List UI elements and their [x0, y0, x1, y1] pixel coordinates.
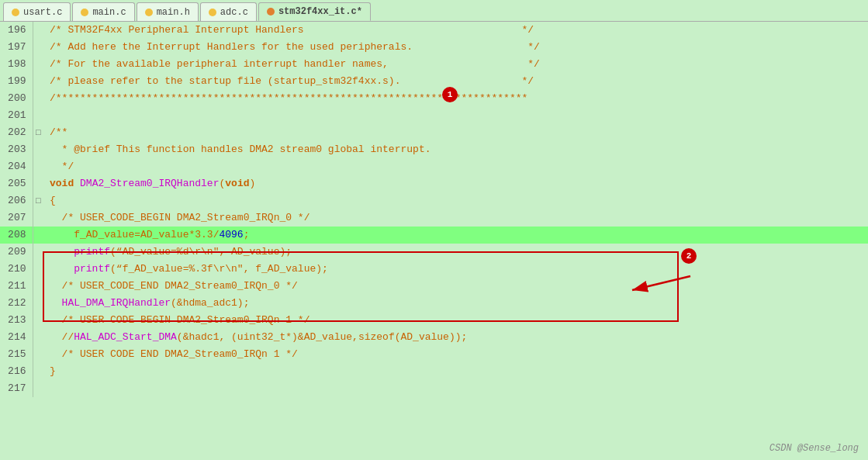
badge-2: 2 — [681, 248, 697, 264]
line-number: 204 — [0, 158, 33, 175]
table-row: 208 f_AD_value=AD_value*3.3/4096; — [0, 227, 868, 244]
fold-indicator — [33, 158, 43, 175]
code-line-content: void DMA2_Stream0_IRQHandler(void) — [43, 175, 868, 192]
fold-indicator — [33, 244, 43, 261]
fold-indicator — [33, 209, 43, 227]
code-line-content: /* please refer to the startup file (sta… — [43, 73, 868, 90]
tab-main-h[interactable]: main.h — [137, 2, 199, 21]
line-number: 201 — [0, 107, 33, 124]
badge-1: 1 — [442, 87, 458, 102]
code-line-content: printf(“AD_value=%d\r\n", AD_value); — [43, 244, 868, 261]
fold-indicator — [33, 56, 43, 73]
fold-indicator — [33, 90, 43, 107]
table-row: 206□{ — [0, 192, 868, 209]
tab-icon-main-c — [81, 9, 88, 16]
table-row: 210 printf(“f_AD_value=%.3f\r\n", f_AD_v… — [0, 261, 868, 278]
line-number: 210 — [0, 261, 33, 278]
tab-label-usart: usart.c — [23, 7, 62, 18]
line-number: 206 — [0, 192, 33, 209]
table-row: 213 /* USER CODE BEGIN DMA2_Stream0_IRQn… — [0, 312, 868, 329]
fold-indicator — [33, 380, 43, 397]
code-line-content: */ — [43, 158, 868, 175]
line-number: 213 — [0, 312, 33, 329]
fold-indicator — [33, 278, 43, 295]
table-row: 217 — [0, 380, 868, 397]
line-number: 205 — [0, 175, 33, 192]
fold-indicator — [33, 295, 43, 312]
tab-main-c[interactable]: main.c — [72, 2, 134, 21]
code-line-content: /* USER CODE BEGIN DMA2_Stream0_IRQn 1 *… — [43, 312, 868, 329]
tab-icon-main-h — [145, 9, 153, 16]
code-line-content: /* USER_CODE_END DMA2_Stream0_IRQn_0 */ — [43, 278, 868, 295]
table-row: 204 */ — [0, 158, 868, 175]
line-number: 212 — [0, 295, 33, 312]
table-row: 211 /* USER_CODE_END DMA2_Stream0_IRQn_0… — [0, 278, 868, 295]
code-line-content: printf(“f_AD_value=%.3f\r\n", f_AD_value… — [43, 261, 868, 278]
fold-indicator — [33, 175, 43, 192]
watermark-text: CSDN @Sense_long — [769, 443, 859, 454]
table-row: 200/************************************… — [0, 90, 868, 107]
code-line-content: //HAL_ADC_Start_DMA(&hadc1, (uint32_t*)&… — [43, 329, 868, 346]
code-line-content: HAL_DMA_IRQHandler(&hdma_adc1); — [43, 295, 868, 312]
tab-stm32-it[interactable]: stm32f4xx_it.c* — [258, 2, 371, 21]
line-number: 198 — [0, 56, 33, 73]
code-line-content: /* USER_CODE_BEGIN DMA2_Stream0_IRQn_0 *… — [43, 209, 868, 227]
table-row: 197/* Add here the Interrupt Handlers fo… — [0, 39, 868, 56]
code-area: 196/* STM32F4xx Peripheral Interrupt Han… — [0, 22, 868, 460]
table-row: 198/* For the available peripheral inter… — [0, 56, 868, 73]
line-number: 214 — [0, 329, 33, 346]
code-line-content: f_AD_value=AD_value*3.3/4096; — [43, 227, 868, 244]
line-number: 203 — [0, 141, 33, 158]
line-number: 207 — [0, 209, 33, 227]
code-line-content: /* Add here the Interrupt Handlers for t… — [43, 39, 868, 56]
tab-label-main-h: main.h — [157, 7, 190, 18]
fold-indicator — [33, 261, 43, 278]
fold-indicator[interactable]: □ — [33, 192, 43, 209]
table-row: 201 — [0, 107, 868, 124]
table-row: 216} — [0, 363, 868, 380]
line-number: 200 — [0, 90, 33, 107]
tab-label-stm32: stm32f4xx_it.c* — [278, 6, 362, 17]
tab-icon-stm32 — [267, 8, 275, 16]
line-number: 211 — [0, 278, 33, 295]
fold-indicator — [33, 329, 43, 346]
code-line-content: * @brief This function handles DMA2 stre… — [43, 141, 868, 158]
table-row: 203 * @brief This function handles DMA2 … — [0, 141, 868, 158]
tab-usart-c[interactable]: usart.c — [3, 2, 71, 21]
code-line-content: /* For the available peripheral interrup… — [43, 56, 868, 73]
code-line-content — [43, 107, 868, 124]
line-number: 216 — [0, 363, 33, 380]
code-line-content: { — [43, 192, 868, 209]
fold-indicator — [33, 346, 43, 363]
table-row: 202□/** — [0, 124, 868, 141]
line-number: 199 — [0, 73, 33, 90]
table-row: 207 /* USER_CODE_BEGIN DMA2_Stream0_IRQn… — [0, 209, 868, 227]
line-number: 217 — [0, 380, 33, 397]
code-line-content: } — [43, 363, 868, 380]
tab-label-adc: adc.c — [220, 7, 248, 18]
table-row: 214 //HAL_ADC_Start_DMA(&hadc1, (uint32_… — [0, 329, 868, 346]
fold-indicator — [33, 227, 43, 244]
fold-indicator — [33, 39, 43, 56]
tab-adc-c[interactable]: adc.c — [200, 2, 257, 21]
table-row: 196/* STM32F4xx Peripheral Interrupt Han… — [0, 22, 868, 39]
line-number: 202 — [0, 124, 33, 141]
line-number: 208 — [0, 227, 33, 244]
tab-label-main-c: main.c — [92, 7, 126, 18]
fold-indicator — [33, 312, 43, 329]
fold-indicator[interactable]: □ — [33, 124, 43, 141]
fold-indicator — [33, 73, 43, 90]
line-number: 209 — [0, 244, 33, 261]
table-row: 215 /* USER CODE END DMA2_Stream0_IRQn 1… — [0, 346, 868, 363]
table-row: 209 printf(“AD_value=%d\r\n", AD_value); — [0, 244, 868, 261]
table-row: 205void DMA2_Stream0_IRQHandler(void) — [0, 175, 868, 192]
line-number: 196 — [0, 22, 33, 39]
fold-indicator — [33, 107, 43, 124]
fold-indicator — [33, 363, 43, 380]
line-number: 197 — [0, 39, 33, 56]
tab-icon-usart — [12, 9, 19, 16]
code-table: 196/* STM32F4xx Peripheral Interrupt Han… — [0, 22, 868, 397]
code-line-content: /* STM32F4xx Peripheral Interrupt Handle… — [43, 22, 868, 39]
fold-indicator — [33, 22, 43, 39]
tab-bar: usart.c main.c main.h adc.c stm32f4xx_it… — [0, 0, 868, 22]
